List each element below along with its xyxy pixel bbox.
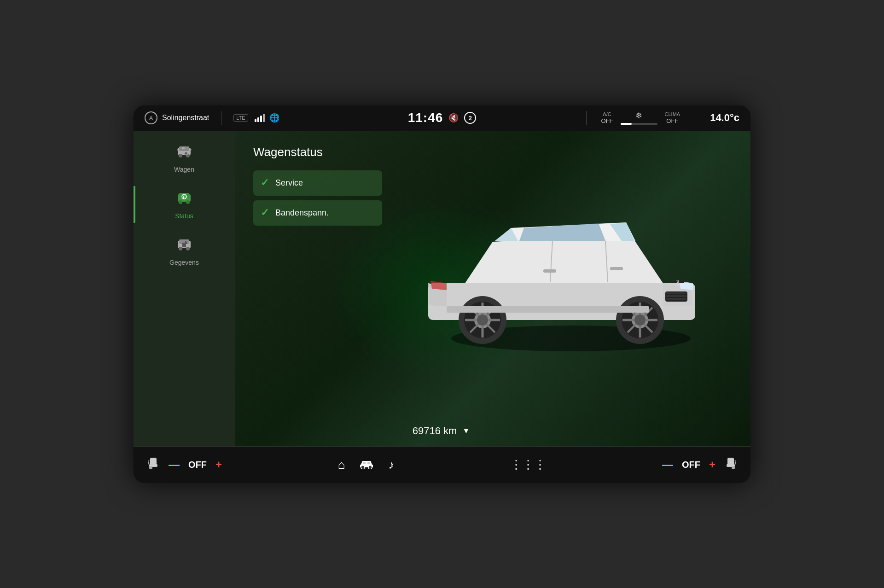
bottom-nav-icons: ⌂ ♪ xyxy=(338,457,395,472)
svg-point-6 xyxy=(190,149,192,151)
svg-point-13 xyxy=(182,194,186,199)
sidebar-status-label: Status xyxy=(175,212,193,220)
svg-point-37 xyxy=(634,314,646,326)
notification-count: 2 xyxy=(469,115,472,122)
wagen-icon xyxy=(176,143,192,163)
clima-block: CLIMA OFF xyxy=(665,111,680,125)
mileage-dropdown-icon[interactable]: ▼ xyxy=(462,427,470,435)
center-nav-button: ⋮⋮⋮ xyxy=(510,458,546,472)
divider-3 xyxy=(695,111,695,125)
right-plus-button[interactable]: + xyxy=(709,458,715,471)
svg-rect-29 xyxy=(666,298,686,300)
ac-label: A/C xyxy=(603,111,611,117)
sidebar-item-status[interactable]: i Status xyxy=(134,181,235,228)
svg-line-65 xyxy=(735,460,736,461)
status-item-bandenspann[interactable]: ✓ Bandenspann. xyxy=(253,200,382,226)
svg-rect-27 xyxy=(666,292,686,294)
car-button[interactable] xyxy=(359,457,374,472)
left-minus-button[interactable]: — xyxy=(169,458,180,471)
svg-point-11 xyxy=(179,200,182,204)
status-bar-center: 11:46 🔇 2 xyxy=(408,111,477,125)
svg-text:i: i xyxy=(183,195,184,199)
bandenspann-label: Bandenspann. xyxy=(275,208,329,218)
svg-line-54 xyxy=(148,460,149,461)
svg-point-12 xyxy=(186,200,190,204)
svg-point-17 xyxy=(179,247,182,250)
right-seat-icon xyxy=(722,456,737,473)
right-minus-button[interactable]: — xyxy=(662,458,673,471)
signal-bars xyxy=(255,114,265,122)
status-item-service[interactable]: ✓ Service xyxy=(253,170,382,196)
globe-icon: 🌐 xyxy=(269,113,279,123)
left-seat-icon xyxy=(147,456,162,473)
sidebar-item-wagen[interactable]: Wagen xyxy=(134,135,235,181)
svg-point-57 xyxy=(361,466,365,469)
lte-badge: LTE xyxy=(233,114,248,122)
fan-slider[interactable] xyxy=(621,123,657,125)
left-plus-button[interactable]: + xyxy=(215,458,222,471)
fan-icon: ❄ xyxy=(635,111,642,121)
bandenspann-check-icon: ✓ xyxy=(261,207,269,219)
status-icon: i xyxy=(176,190,192,210)
divider-1 xyxy=(221,111,221,125)
svg-line-56 xyxy=(148,463,149,464)
svg-line-66 xyxy=(735,462,736,463)
service-check-icon: ✓ xyxy=(261,177,269,189)
sidebar-wagen-label: Wagen xyxy=(174,166,194,173)
svg-rect-47 xyxy=(610,267,623,270)
time-display: 11:46 xyxy=(408,111,443,125)
fan-block: ❄ xyxy=(621,111,657,125)
gegevens-icon xyxy=(176,236,192,256)
status-bar-left: A Solingenstraat LTE 🌐 xyxy=(145,111,408,125)
status-bar: A Solingenstraat LTE 🌐 11:46 🔇 2 A/C xyxy=(134,105,750,131)
sidebar-item-gegevens[interactable]: Gegevens xyxy=(134,228,235,274)
svg-point-18 xyxy=(186,247,190,250)
dashboard: Wagenstatus ✓ Service ✓ Bandenspann. xyxy=(235,131,750,446)
wagenstatus-title: Wagenstatus xyxy=(253,145,732,159)
svg-rect-28 xyxy=(666,295,686,297)
sidebar: Wagen i Status xyxy=(134,131,235,446)
svg-rect-59 xyxy=(363,462,366,464)
right-seat-control: — OFF + xyxy=(662,456,737,473)
svg-line-55 xyxy=(148,462,149,463)
status-bar-right: A/C OFF ❄ CLIMA OFF 14.0°c xyxy=(476,111,739,125)
sidebar-gegevens-label: Gegevens xyxy=(169,259,199,266)
mute-icon: 🔇 xyxy=(448,113,459,123)
bottom-bar: — OFF + ⌂ ♪ ⋮⋮⋮ — OFF + xyxy=(134,446,750,483)
clima-status: OFF xyxy=(666,117,678,125)
svg-text:S: S xyxy=(676,279,679,284)
right-off-label: OFF xyxy=(680,460,703,470)
svg-rect-48 xyxy=(447,306,649,313)
svg-rect-61 xyxy=(727,458,734,465)
location-label: Solingenstraat xyxy=(162,114,209,122)
music-button[interactable]: ♪ xyxy=(388,458,394,472)
service-label: Service xyxy=(275,178,303,188)
nav-brand-icon: A xyxy=(145,111,157,124)
svg-point-2 xyxy=(179,154,182,157)
svg-rect-21 xyxy=(186,241,187,242)
infotainment-screen: A Solingenstraat LTE 🌐 11:46 🔇 2 A/C xyxy=(134,105,750,483)
clima-label: CLIMA xyxy=(665,111,680,117)
svg-rect-4 xyxy=(182,147,185,149)
svg-rect-60 xyxy=(367,462,370,464)
left-seat-control: — OFF + xyxy=(147,456,222,473)
svg-point-58 xyxy=(368,466,372,469)
ac-block: A/C OFF xyxy=(601,111,613,125)
mileage-display: 69716 km xyxy=(413,425,457,437)
svg-rect-50 xyxy=(150,458,157,465)
divider-2 xyxy=(586,111,587,125)
notification-badge: 2 xyxy=(464,112,476,124)
ac-status: OFF xyxy=(601,117,613,125)
home-button[interactable]: ⌂ xyxy=(338,458,345,472)
svg-point-5 xyxy=(177,149,179,151)
temperature-display: 14.0°c xyxy=(710,112,739,124)
svg-rect-46 xyxy=(543,269,556,273)
mileage-row: 69716 km ▼ xyxy=(413,425,470,437)
svg-point-8 xyxy=(185,152,187,154)
svg-line-67 xyxy=(735,463,736,464)
main-content: Wagen i Status xyxy=(134,131,750,446)
status-items-list: ✓ Service ✓ Bandenspann. xyxy=(253,170,732,226)
grid-menu-button[interactable]: ⋮⋮⋮ xyxy=(510,458,546,472)
svg-point-45 xyxy=(477,314,488,326)
left-off-label: OFF xyxy=(186,460,209,470)
